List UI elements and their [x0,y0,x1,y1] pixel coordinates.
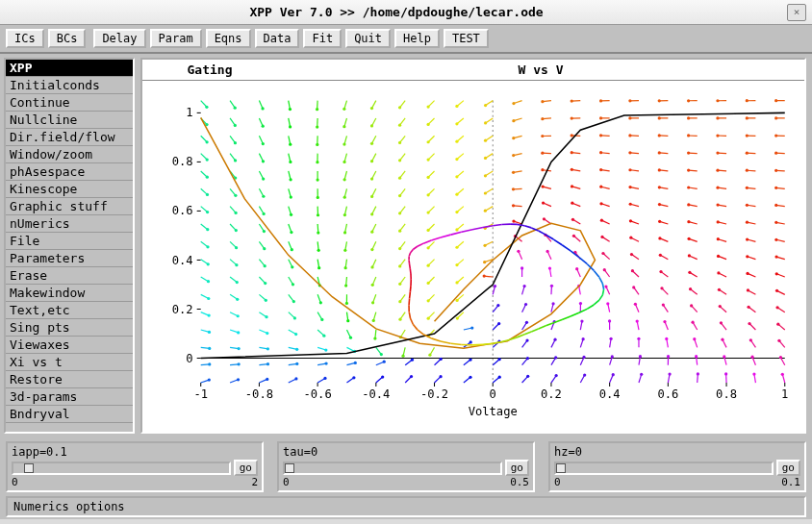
slider-thumb[interactable] [285,463,294,473]
svg-point-114 [266,332,268,335]
slider-go-button[interactable]: go [505,460,529,476]
svg-point-468 [542,201,545,204]
svg-point-360 [455,263,458,266]
slider-max: 0.5 [510,476,529,488]
close-button[interactable]: × [787,4,806,21]
sidebar-item-continue[interactable]: Continue [6,94,133,112]
ics-button[interactable]: ICs [6,29,44,48]
sidebar-item-graphic-stuff[interactable]: Graphic stuff [6,198,133,215]
svg-point-698 [746,272,749,275]
svg-point-406 [484,157,487,160]
sidebar-item-erase[interactable]: Erase [6,267,133,285]
sidebar-item-kinescope[interactable]: Kinescope [6,181,133,198]
svg-point-638 [687,203,690,206]
sidebar-item-makewindow[interactable]: Makewindow [6,285,133,302]
sidebar-item-viewaxes[interactable]: Viewaxes [6,337,133,354]
svg-point-58 [206,228,209,231]
sidebar-item-xpp[interactable]: XPP [6,60,133,77]
sidebar-item-nullcline[interactable]: Nullcline [6,112,133,129]
svg-point-588 [665,337,668,340]
svg-point-728 [775,306,778,309]
svg-point-608 [658,168,661,171]
svg-point-742 [774,187,777,189]
svg-point-744 [774,169,777,172]
svg-point-96 [234,194,237,197]
slider-panel-0: iapp=0.1go02 [6,441,264,492]
help-button[interactable]: Help [394,29,440,48]
svg-point-560 [632,286,635,288]
eqns-button[interactable]: Eqns [206,29,251,48]
svg-text:0.6: 0.6 [172,204,193,217]
svg-point-510 [571,134,573,137]
sidebar-item-sing-pts[interactable]: Sing pts [6,319,133,337]
slider-track[interactable] [283,462,502,475]
svg-point-206 [316,125,318,128]
svg-point-184 [320,318,323,321]
svg-line-797 [451,343,462,344]
slider-thumb[interactable] [556,463,566,473]
sidebar-item-file[interactable]: File [6,233,133,250]
svg-point-64 [206,176,209,179]
svg-point-614 [658,116,661,119]
param-button[interactable]: Param [150,29,202,48]
svg-point-592 [662,303,665,306]
sidebar-item-text-etc[interactable]: Text,etc [6,302,133,319]
svg-line-770 [472,228,483,230]
sidebar-item-phasespace[interactable]: phAsespace [6,163,133,181]
svg-line-775 [423,240,431,243]
svg-point-322 [427,299,430,302]
sidebar-item-initialconds[interactable]: Initialconds [6,77,133,94]
sidebar-item-bndryval[interactable]: Bndryval [6,406,133,423]
svg-point-582 [628,99,631,102]
svg-point-52 [207,280,210,283]
quit-button[interactable]: Quit [345,29,391,48]
sidebar-item-parameters[interactable]: Parameters [6,250,133,267]
slider-thumb[interactable] [24,463,34,473]
sidebar-item-window-zoom[interactable]: Window/zoom [6,146,133,163]
sidebar-item-xi-vs-t[interactable]: Xi vs t [6,354,133,371]
svg-point-392 [483,274,486,277]
data-button[interactable]: Data [255,29,300,48]
sidebar-item-dir-field-flow[interactable]: Dir.field/flow [6,129,133,146]
svg-point-404 [484,174,487,177]
svg-point-166 [289,178,292,181]
svg-point-500 [571,218,574,221]
test-button[interactable]: TEST [444,29,489,48]
svg-point-288 [398,300,401,303]
svg-point-124 [263,247,266,250]
slider-track[interactable] [12,462,231,475]
delay-button[interactable]: Delay [93,29,145,48]
sidebar-item-3d-params[interactable]: 3d-params [6,388,133,406]
svg-point-612 [658,134,661,137]
svg-point-386 [497,322,500,325]
fit-button[interactable]: Fit [303,29,342,48]
svg-point-408 [484,139,487,142]
svg-point-424 [523,285,526,287]
svg-point-722 [779,356,782,359]
svg-point-354 [456,316,459,319]
svg-point-274 [370,124,373,127]
svg-point-358 [455,281,458,284]
svg-point-264 [370,212,373,215]
svg-point-220 [345,302,348,305]
svg-line-764 [524,226,531,228]
svg-line-755 [594,270,599,277]
sidebar-item-numerics[interactable]: nUmerics [6,215,133,233]
slider-go-button[interactable]: go [776,460,800,476]
slider-label: tau=0 [283,445,529,459]
svg-point-388 [496,304,499,307]
svg-point-84 [236,298,239,301]
svg-point-678 [716,151,719,154]
svg-point-348 [469,358,471,361]
svg-point-680 [716,134,719,137]
bcs-button[interactable]: BCs [48,29,87,48]
svg-point-276 [370,107,373,110]
sidebar-item-restore[interactable]: Restore [6,371,133,388]
slider-track[interactable] [554,462,774,475]
slider-go-button[interactable]: go [234,460,258,476]
svg-point-544 [599,134,602,137]
svg-point-562 [631,269,634,272]
svg-point-472 [541,168,544,171]
svg-point-192 [317,249,320,252]
phase-plane-plot[interactable]: -1-0.8-0.6-0.4-0.200.20.40.60.8100.20.40… [142,81,804,432]
